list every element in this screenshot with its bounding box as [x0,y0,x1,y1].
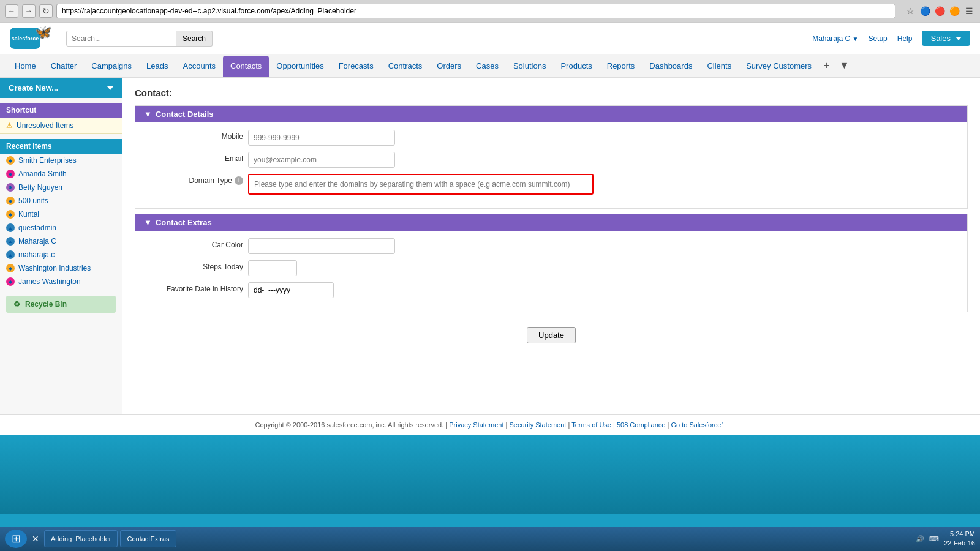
fav-date-row: Favorite Date in History [145,282,957,298]
recent-maharaja-lc[interactable]: ▲ maharaja.c [0,248,122,261]
recent-icon-betty-nguyen: ✱ [6,183,15,192]
recent-items-section-title: Recent Items [0,139,122,154]
contact-extras-header: ▼ Contact Extras [135,214,967,231]
steps-today-row: Steps Today [145,260,957,276]
recent-icon-james-washington: ◆ [6,277,15,286]
recent-icon-questadmin: ▲ [6,223,15,232]
recent-questadmin[interactable]: ▲ questadmin [0,221,122,234]
unresolved-items-item[interactable]: ⚠ Unresolved Items [0,118,122,134]
page-title: Contact: [135,88,968,98]
search-button[interactable]: Search [176,31,213,47]
recent-icon-maharaja-lc: ▲ [6,250,15,259]
recent-maharaja-c[interactable]: ▲ Maharaja C [0,234,122,248]
domain-type-input[interactable] [249,175,592,193]
section-collapse-icon[interactable]: ▼ [144,110,152,119]
mobile-label: Mobile [145,130,243,141]
nav-solutions[interactable]: Solutions [506,56,553,77]
forward-button[interactable]: → [22,4,36,18]
setup-link[interactable]: Setup [868,34,887,43]
nav-products[interactable]: Products [553,56,599,77]
sf-navbar: Home Chatter Campaigns Leads Accounts Co… [0,54,980,78]
nav-leads[interactable]: Leads [139,56,175,77]
recent-icon-washington-industries: ◆ [6,264,15,272]
back-button[interactable]: ← [5,4,18,18]
user-menu[interactable]: Maharaja C ▼ [812,34,858,43]
nav-survey-customers[interactable]: Survey Customers [739,56,819,77]
app-switcher-button[interactable]: Sales [922,31,970,46]
recent-icon-amanda-smith: ◆ [6,170,15,178]
nav-cases[interactable]: Cases [469,56,506,77]
create-new-button[interactable]: Create New... [0,78,122,98]
footer-security[interactable]: Security Statement [509,421,566,429]
contact-details-body: Mobile Email Domain Type i [135,122,967,208]
footer-terms[interactable]: Terms of Use [571,421,611,429]
browser-ext2[interactable]: 🔴 [933,5,946,17]
refresh-button[interactable]: ↻ [39,4,53,18]
recent-washington-industries[interactable]: ◆ Washington Industries [0,261,122,275]
browser-chrome: ← → ↻ ☆ 🔵 🔴 🟠 ☰ [0,0,980,23]
nav-more-icon[interactable]: + [819,54,834,77]
user-chevron: ▼ [853,36,859,42]
create-new-label: Create New... [9,83,58,92]
sf-sidebar: Create New... Shortcut ⚠ Unresolved Item… [0,78,123,414]
nav-campaigns[interactable]: Campaigns [84,56,139,77]
recent-james-washington[interactable]: ◆ James Washington [0,275,122,288]
footer-508[interactable]: 508 Compliance [617,421,666,429]
section-extras-collapse-icon[interactable]: ▼ [144,218,152,227]
nav-contracts[interactable]: Contracts [381,56,430,77]
car-color-label: Car Color [145,238,243,249]
footer-privacy[interactable]: Privacy Statement [449,421,503,429]
nav-dropdown-icon[interactable]: ▼ [834,54,854,77]
recent-betty-nguyen[interactable]: ✱ Betty Nguyen [0,181,122,194]
nav-chatter[interactable]: Chatter [43,56,85,77]
recent-kuntal[interactable]: ◆ Kuntal [0,208,122,221]
update-button[interactable]: Update [527,327,576,343]
mobile-input[interactable] [248,130,395,146]
recent-label-500-units: 500 units [18,197,48,205]
steps-today-label: Steps Today [145,260,243,271]
recycle-bin-button[interactable]: ♻ Recycle Bin [6,296,116,313]
help-link[interactable]: Help [897,34,913,43]
contact-details-section: ▼ Contact Details Mobile Email Domain Ty… [135,105,968,209]
nav-opportunities[interactable]: Opportunities [269,56,331,77]
sf-header-right: Maharaja C ▼ Setup Help Sales [812,31,970,46]
sf-search-container: Search [66,31,213,47]
email-input[interactable] [248,152,395,168]
butterfly-icon: 🦋 [35,24,51,40]
footer-salesforce1[interactable]: Go to Salesforce1 [671,421,725,429]
address-bar[interactable] [56,4,895,18]
nav-reports[interactable]: Reports [600,56,643,77]
browser-toolbar: ← → ↻ ☆ 🔵 🔴 🟠 ☰ [0,0,980,22]
nav-accounts[interactable]: Accounts [176,56,223,77]
browser-ext3[interactable]: 🟠 [948,5,960,17]
nav-orders[interactable]: Orders [429,56,469,77]
nav-forecasts[interactable]: Forecasts [331,56,381,77]
steps-today-input[interactable] [248,260,297,276]
recent-label-kuntal: Kuntal [18,210,39,219]
fav-date-input[interactable] [248,282,334,298]
browser-settings[interactable]: ☰ [963,5,975,17]
star-icon[interactable]: ☆ [904,5,916,17]
nav-contacts[interactable]: Contacts [223,56,269,77]
recent-500-units[interactable]: ◆ 500 units [0,194,122,208]
domain-type-label: Domain Type i [145,174,243,185]
car-color-input[interactable] [248,238,395,254]
recent-icon-kuntal: ◆ [6,210,15,219]
recent-smith-enterprises[interactable]: ◆ Smith Enterprises [0,154,122,167]
browser-ext1[interactable]: 🔵 [919,5,931,17]
desktop-background [0,435,980,514]
recent-amanda-smith[interactable]: ◆ Amanda Smith [0,167,122,181]
nav-clients[interactable]: Clients [699,56,739,77]
contact-details-header: ▼ Contact Details [135,106,967,122]
shortcut-section-title: Shortcut [0,103,122,118]
sf-header: salesforce 🦋 Search Maharaja C ▼ Setup H… [0,23,980,54]
nav-dashboards[interactable]: Dashboards [642,56,699,77]
car-color-row: Car Color [145,238,957,254]
sf-footer: Copyright © 2000-2016 salesforce.com, in… [0,414,980,435]
domain-type-info-icon[interactable]: i [235,176,243,185]
search-input[interactable] [66,31,176,47]
nav-home[interactable]: Home [7,56,43,77]
recent-label-washington-industries: Washington Industries [18,264,91,272]
contact-details-title: Contact Details [156,110,214,119]
domain-type-input-container [248,174,594,195]
